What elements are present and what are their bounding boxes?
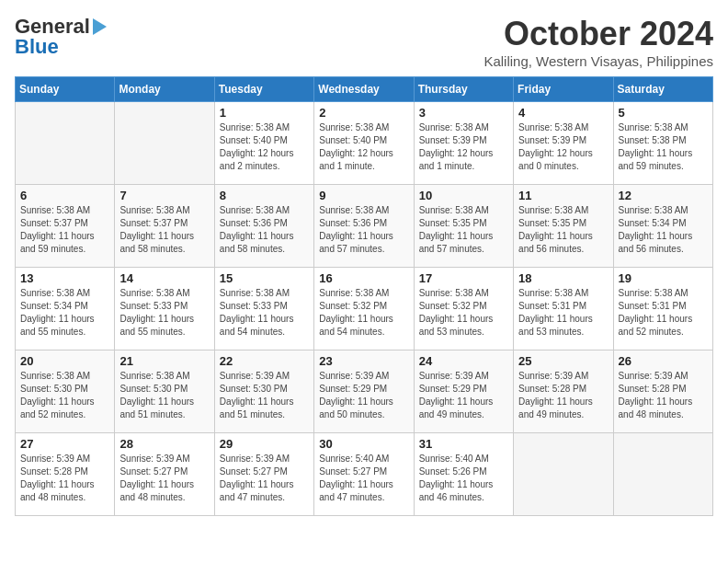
calendar-cell: 20Sunrise: 5:38 AM Sunset: 5:30 PM Dayli… xyxy=(16,350,115,433)
column-header-friday: Friday xyxy=(514,77,613,102)
column-header-thursday: Thursday xyxy=(414,77,513,102)
day-detail: Sunrise: 5:38 AM Sunset: 5:38 PM Dayligh… xyxy=(619,121,708,173)
column-header-wednesday: Wednesday xyxy=(314,77,414,102)
day-number: 7 xyxy=(119,189,209,202)
calendar-cell: 21Sunrise: 5:38 AM Sunset: 5:30 PM Dayli… xyxy=(115,350,214,433)
day-detail: Sunrise: 5:38 AM Sunset: 5:30 PM Dayligh… xyxy=(20,370,109,421)
month-title: October 2024 xyxy=(483,15,713,53)
calendar-cell: 5Sunrise: 5:38 AM Sunset: 5:38 PM Daylig… xyxy=(613,102,712,185)
logo-arrow-icon xyxy=(93,18,107,35)
calendar-week-row: 27Sunrise: 5:39 AM Sunset: 5:28 PM Dayli… xyxy=(16,433,713,516)
column-header-saturday: Saturday xyxy=(613,77,712,102)
day-detail: Sunrise: 5:38 AM Sunset: 5:35 PM Dayligh… xyxy=(518,204,608,256)
calendar-week-row: 20Sunrise: 5:38 AM Sunset: 5:30 PM Dayli… xyxy=(16,350,713,433)
calendar-cell: 24Sunrise: 5:39 AM Sunset: 5:29 PM Dayli… xyxy=(414,350,513,433)
day-number: 28 xyxy=(119,437,209,451)
day-detail: Sunrise: 5:38 AM Sunset: 5:32 PM Dayligh… xyxy=(419,287,508,339)
day-number: 17 xyxy=(419,271,508,285)
day-number: 16 xyxy=(319,271,408,285)
calendar-cell: 6Sunrise: 5:38 AM Sunset: 5:37 PM Daylig… xyxy=(16,185,115,268)
day-number: 21 xyxy=(119,354,209,368)
calendar-cell: 8Sunrise: 5:38 AM Sunset: 5:36 PM Daylig… xyxy=(214,185,313,268)
calendar-cell: 30Sunrise: 5:40 AM Sunset: 5:27 PM Dayli… xyxy=(314,433,414,516)
day-detail: Sunrise: 5:38 AM Sunset: 5:37 PM Dayligh… xyxy=(20,204,109,256)
column-header-sunday: Sunday xyxy=(16,77,115,102)
calendar-week-row: 13Sunrise: 5:38 AM Sunset: 5:34 PM Dayli… xyxy=(16,268,713,350)
logo: General Blue xyxy=(15,15,107,59)
calendar-cell: 23Sunrise: 5:39 AM Sunset: 5:29 PM Dayli… xyxy=(314,350,414,433)
day-number: 8 xyxy=(220,189,309,202)
day-number: 4 xyxy=(518,106,608,120)
calendar-cell: 2Sunrise: 5:38 AM Sunset: 5:40 PM Daylig… xyxy=(314,102,414,185)
day-detail: Sunrise: 5:38 AM Sunset: 5:40 PM Dayligh… xyxy=(319,121,408,173)
day-detail: Sunrise: 5:38 AM Sunset: 5:36 PM Dayligh… xyxy=(319,204,408,256)
day-detail: Sunrise: 5:39 AM Sunset: 5:29 PM Dayligh… xyxy=(319,370,408,421)
calendar-cell: 12Sunrise: 5:38 AM Sunset: 5:34 PM Dayli… xyxy=(613,185,712,268)
day-number: 2 xyxy=(319,106,408,120)
calendar-cell: 25Sunrise: 5:39 AM Sunset: 5:28 PM Dayli… xyxy=(514,350,613,433)
day-number: 29 xyxy=(220,437,309,451)
day-number: 19 xyxy=(619,271,708,285)
calendar-cell xyxy=(16,102,115,185)
calendar-cell: 27Sunrise: 5:39 AM Sunset: 5:28 PM Dayli… xyxy=(16,433,115,516)
day-number: 9 xyxy=(319,189,408,202)
calendar-cell: 10Sunrise: 5:38 AM Sunset: 5:35 PM Dayli… xyxy=(414,185,513,268)
calendar-cell xyxy=(613,433,712,516)
logo-text-blue: Blue xyxy=(15,35,59,59)
day-detail: Sunrise: 5:38 AM Sunset: 5:33 PM Dayligh… xyxy=(220,287,309,339)
day-number: 31 xyxy=(419,437,508,451)
calendar-cell: 14Sunrise: 5:38 AM Sunset: 5:33 PM Dayli… xyxy=(115,268,214,350)
calendar-cell: 11Sunrise: 5:38 AM Sunset: 5:35 PM Dayli… xyxy=(514,185,613,268)
day-detail: Sunrise: 5:39 AM Sunset: 5:27 PM Dayligh… xyxy=(119,453,209,504)
title-area: October 2024 Kaliling, Western Visayas, … xyxy=(483,15,713,69)
day-detail: Sunrise: 5:38 AM Sunset: 5:35 PM Dayligh… xyxy=(419,204,508,256)
calendar-cell: 19Sunrise: 5:38 AM Sunset: 5:31 PM Dayli… xyxy=(613,268,712,350)
calendar-cell: 31Sunrise: 5:40 AM Sunset: 5:26 PM Dayli… xyxy=(414,433,513,516)
calendar-body: 1Sunrise: 5:38 AM Sunset: 5:40 PM Daylig… xyxy=(16,102,713,516)
day-number: 1 xyxy=(220,106,309,120)
calendar-cell: 4Sunrise: 5:38 AM Sunset: 5:39 PM Daylig… xyxy=(514,102,613,185)
day-number: 18 xyxy=(518,271,608,285)
day-number: 20 xyxy=(20,354,109,368)
day-detail: Sunrise: 5:39 AM Sunset: 5:27 PM Dayligh… xyxy=(220,453,309,504)
calendar-table: SundayMondayTuesdayWednesdayThursdayFrid… xyxy=(15,76,713,516)
day-number: 3 xyxy=(419,106,508,120)
calendar-cell: 22Sunrise: 5:39 AM Sunset: 5:30 PM Dayli… xyxy=(214,350,313,433)
day-number: 6 xyxy=(20,189,109,202)
calendar-cell: 17Sunrise: 5:38 AM Sunset: 5:32 PM Dayli… xyxy=(414,268,513,350)
day-number: 22 xyxy=(220,354,309,368)
day-detail: Sunrise: 5:38 AM Sunset: 5:37 PM Dayligh… xyxy=(119,204,209,256)
location-title: Kaliling, Western Visayas, Philippines xyxy=(483,53,713,69)
calendar-cell: 13Sunrise: 5:38 AM Sunset: 5:34 PM Dayli… xyxy=(16,268,115,350)
calendar-cell: 28Sunrise: 5:39 AM Sunset: 5:27 PM Dayli… xyxy=(115,433,214,516)
calendar-week-row: 6Sunrise: 5:38 AM Sunset: 5:37 PM Daylig… xyxy=(16,185,713,268)
calendar-cell: 29Sunrise: 5:39 AM Sunset: 5:27 PM Dayli… xyxy=(214,433,313,516)
day-detail: Sunrise: 5:38 AM Sunset: 5:40 PM Dayligh… xyxy=(220,121,309,173)
calendar-cell: 9Sunrise: 5:38 AM Sunset: 5:36 PM Daylig… xyxy=(314,185,414,268)
day-detail: Sunrise: 5:39 AM Sunset: 5:28 PM Dayligh… xyxy=(518,370,608,421)
day-detail: Sunrise: 5:40 AM Sunset: 5:26 PM Dayligh… xyxy=(419,453,508,504)
page-header: General Blue October 2024 Kaliling, West… xyxy=(15,15,713,69)
day-number: 27 xyxy=(20,437,109,451)
day-number: 26 xyxy=(619,354,708,368)
day-detail: Sunrise: 5:38 AM Sunset: 5:33 PM Dayligh… xyxy=(119,287,209,339)
day-detail: Sunrise: 5:39 AM Sunset: 5:28 PM Dayligh… xyxy=(20,453,109,504)
day-number: 13 xyxy=(20,271,109,285)
day-detail: Sunrise: 5:38 AM Sunset: 5:34 PM Dayligh… xyxy=(619,204,708,256)
day-detail: Sunrise: 5:38 AM Sunset: 5:31 PM Dayligh… xyxy=(619,287,708,339)
day-number: 25 xyxy=(518,354,608,368)
calendar-cell: 3Sunrise: 5:38 AM Sunset: 5:39 PM Daylig… xyxy=(414,102,513,185)
calendar-week-row: 1Sunrise: 5:38 AM Sunset: 5:40 PM Daylig… xyxy=(16,102,713,185)
day-detail: Sunrise: 5:38 AM Sunset: 5:39 PM Dayligh… xyxy=(518,121,608,173)
calendar-cell: 7Sunrise: 5:38 AM Sunset: 5:37 PM Daylig… xyxy=(115,185,214,268)
column-header-monday: Monday xyxy=(115,77,214,102)
calendar-cell xyxy=(115,102,214,185)
day-detail: Sunrise: 5:39 AM Sunset: 5:28 PM Dayligh… xyxy=(619,370,708,421)
day-number: 10 xyxy=(419,189,508,202)
day-detail: Sunrise: 5:39 AM Sunset: 5:29 PM Dayligh… xyxy=(419,370,508,421)
day-detail: Sunrise: 5:38 AM Sunset: 5:36 PM Dayligh… xyxy=(220,204,309,256)
calendar-cell xyxy=(514,433,613,516)
column-header-tuesday: Tuesday xyxy=(214,77,313,102)
calendar-cell: 15Sunrise: 5:38 AM Sunset: 5:33 PM Dayli… xyxy=(214,268,313,350)
calendar-cell: 26Sunrise: 5:39 AM Sunset: 5:28 PM Dayli… xyxy=(613,350,712,433)
